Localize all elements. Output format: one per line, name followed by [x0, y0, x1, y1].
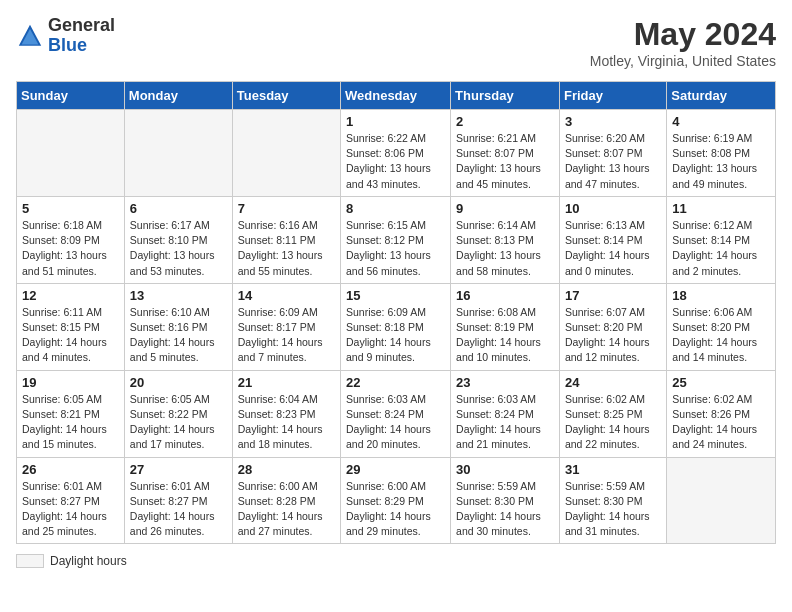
calendar-cell: 29Sunrise: 6:00 AM Sunset: 8:29 PM Dayli…	[341, 457, 451, 544]
day-info: Sunrise: 6:06 AM Sunset: 8:20 PM Dayligh…	[672, 305, 770, 366]
day-info: Sunrise: 6:18 AM Sunset: 8:09 PM Dayligh…	[22, 218, 119, 279]
day-info: Sunrise: 6:03 AM Sunset: 8:24 PM Dayligh…	[456, 392, 554, 453]
day-info: Sunrise: 6:14 AM Sunset: 8:13 PM Dayligh…	[456, 218, 554, 279]
calendar-cell	[17, 110, 125, 197]
weekday-header-row: SundayMondayTuesdayWednesdayThursdayFrid…	[17, 82, 776, 110]
weekday-header-monday: Monday	[124, 82, 232, 110]
day-number: 8	[346, 201, 445, 216]
day-info: Sunrise: 5:59 AM Sunset: 8:30 PM Dayligh…	[456, 479, 554, 540]
day-number: 28	[238, 462, 335, 477]
calendar-cell: 23Sunrise: 6:03 AM Sunset: 8:24 PM Dayli…	[451, 370, 560, 457]
calendar-cell: 24Sunrise: 6:02 AM Sunset: 8:25 PM Dayli…	[559, 370, 666, 457]
day-info: Sunrise: 6:01 AM Sunset: 8:27 PM Dayligh…	[130, 479, 227, 540]
calendar-week-2: 5Sunrise: 6:18 AM Sunset: 8:09 PM Daylig…	[17, 196, 776, 283]
day-info: Sunrise: 6:03 AM Sunset: 8:24 PM Dayligh…	[346, 392, 445, 453]
day-info: Sunrise: 6:02 AM Sunset: 8:26 PM Dayligh…	[672, 392, 770, 453]
day-number: 16	[456, 288, 554, 303]
day-number: 23	[456, 375, 554, 390]
calendar-week-4: 19Sunrise: 6:05 AM Sunset: 8:21 PM Dayli…	[17, 370, 776, 457]
calendar-cell: 18Sunrise: 6:06 AM Sunset: 8:20 PM Dayli…	[667, 283, 776, 370]
logo-blue-text: Blue	[48, 36, 115, 56]
calendar-week-1: 1Sunrise: 6:22 AM Sunset: 8:06 PM Daylig…	[17, 110, 776, 197]
logo-icon	[16, 22, 44, 50]
calendar-cell	[124, 110, 232, 197]
calendar-cell: 16Sunrise: 6:08 AM Sunset: 8:19 PM Dayli…	[451, 283, 560, 370]
day-number: 26	[22, 462, 119, 477]
day-number: 20	[130, 375, 227, 390]
day-info: Sunrise: 6:05 AM Sunset: 8:22 PM Dayligh…	[130, 392, 227, 453]
calendar-cell: 31Sunrise: 5:59 AM Sunset: 8:30 PM Dayli…	[559, 457, 666, 544]
day-number: 18	[672, 288, 770, 303]
day-number: 6	[130, 201, 227, 216]
day-number: 29	[346, 462, 445, 477]
day-number: 4	[672, 114, 770, 129]
day-number: 3	[565, 114, 661, 129]
calendar-cell: 26Sunrise: 6:01 AM Sunset: 8:27 PM Dayli…	[17, 457, 125, 544]
day-info: Sunrise: 6:22 AM Sunset: 8:06 PM Dayligh…	[346, 131, 445, 192]
calendar-cell: 30Sunrise: 5:59 AM Sunset: 8:30 PM Dayli…	[451, 457, 560, 544]
day-info: Sunrise: 6:12 AM Sunset: 8:14 PM Dayligh…	[672, 218, 770, 279]
legend-box	[16, 554, 44, 568]
legend-label: Daylight hours	[50, 554, 127, 568]
day-number: 27	[130, 462, 227, 477]
day-number: 30	[456, 462, 554, 477]
calendar-cell: 4Sunrise: 6:19 AM Sunset: 8:08 PM Daylig…	[667, 110, 776, 197]
day-info: Sunrise: 6:11 AM Sunset: 8:15 PM Dayligh…	[22, 305, 119, 366]
day-number: 22	[346, 375, 445, 390]
calendar-cell: 19Sunrise: 6:05 AM Sunset: 8:21 PM Dayli…	[17, 370, 125, 457]
calendar-cell: 5Sunrise: 6:18 AM Sunset: 8:09 PM Daylig…	[17, 196, 125, 283]
day-info: Sunrise: 5:59 AM Sunset: 8:30 PM Dayligh…	[565, 479, 661, 540]
day-number: 13	[130, 288, 227, 303]
day-number: 9	[456, 201, 554, 216]
weekday-header-friday: Friday	[559, 82, 666, 110]
calendar-cell: 28Sunrise: 6:00 AM Sunset: 8:28 PM Dayli…	[232, 457, 340, 544]
day-number: 19	[22, 375, 119, 390]
location-text: Motley, Virginia, United States	[590, 53, 776, 69]
day-number: 12	[22, 288, 119, 303]
calendar-table: SundayMondayTuesdayWednesdayThursdayFrid…	[16, 81, 776, 544]
day-number: 31	[565, 462, 661, 477]
calendar-cell: 14Sunrise: 6:09 AM Sunset: 8:17 PM Dayli…	[232, 283, 340, 370]
calendar-cell: 20Sunrise: 6:05 AM Sunset: 8:22 PM Dayli…	[124, 370, 232, 457]
calendar-cell: 10Sunrise: 6:13 AM Sunset: 8:14 PM Dayli…	[559, 196, 666, 283]
weekday-header-sunday: Sunday	[17, 82, 125, 110]
calendar-cell: 3Sunrise: 6:20 AM Sunset: 8:07 PM Daylig…	[559, 110, 666, 197]
day-info: Sunrise: 6:17 AM Sunset: 8:10 PM Dayligh…	[130, 218, 227, 279]
day-number: 17	[565, 288, 661, 303]
day-number: 24	[565, 375, 661, 390]
calendar-cell: 15Sunrise: 6:09 AM Sunset: 8:18 PM Dayli…	[341, 283, 451, 370]
weekday-header-wednesday: Wednesday	[341, 82, 451, 110]
page-header: General Blue May 2024 Motley, Virginia, …	[16, 16, 776, 69]
calendar-cell: 9Sunrise: 6:14 AM Sunset: 8:13 PM Daylig…	[451, 196, 560, 283]
calendar-cell: 25Sunrise: 6:02 AM Sunset: 8:26 PM Dayli…	[667, 370, 776, 457]
day-number: 15	[346, 288, 445, 303]
day-info: Sunrise: 6:09 AM Sunset: 8:18 PM Dayligh…	[346, 305, 445, 366]
day-info: Sunrise: 6:16 AM Sunset: 8:11 PM Dayligh…	[238, 218, 335, 279]
legend: Daylight hours	[16, 554, 776, 568]
day-number: 5	[22, 201, 119, 216]
day-info: Sunrise: 6:10 AM Sunset: 8:16 PM Dayligh…	[130, 305, 227, 366]
calendar-week-5: 26Sunrise: 6:01 AM Sunset: 8:27 PM Dayli…	[17, 457, 776, 544]
calendar-cell: 11Sunrise: 6:12 AM Sunset: 8:14 PM Dayli…	[667, 196, 776, 283]
calendar-cell: 1Sunrise: 6:22 AM Sunset: 8:06 PM Daylig…	[341, 110, 451, 197]
calendar-cell: 6Sunrise: 6:17 AM Sunset: 8:10 PM Daylig…	[124, 196, 232, 283]
day-info: Sunrise: 6:09 AM Sunset: 8:17 PM Dayligh…	[238, 305, 335, 366]
calendar-cell: 21Sunrise: 6:04 AM Sunset: 8:23 PM Dayli…	[232, 370, 340, 457]
day-number: 2	[456, 114, 554, 129]
day-info: Sunrise: 6:21 AM Sunset: 8:07 PM Dayligh…	[456, 131, 554, 192]
calendar-week-3: 12Sunrise: 6:11 AM Sunset: 8:15 PM Dayli…	[17, 283, 776, 370]
calendar-cell	[667, 457, 776, 544]
title-block: May 2024 Motley, Virginia, United States	[590, 16, 776, 69]
day-number: 10	[565, 201, 661, 216]
month-title: May 2024	[590, 16, 776, 53]
logo: General Blue	[16, 16, 115, 56]
calendar-cell: 22Sunrise: 6:03 AM Sunset: 8:24 PM Dayli…	[341, 370, 451, 457]
calendar-cell	[232, 110, 340, 197]
calendar-cell: 8Sunrise: 6:15 AM Sunset: 8:12 PM Daylig…	[341, 196, 451, 283]
day-info: Sunrise: 6:07 AM Sunset: 8:20 PM Dayligh…	[565, 305, 661, 366]
day-info: Sunrise: 6:08 AM Sunset: 8:19 PM Dayligh…	[456, 305, 554, 366]
day-number: 1	[346, 114, 445, 129]
day-number: 7	[238, 201, 335, 216]
day-number: 11	[672, 201, 770, 216]
day-info: Sunrise: 6:13 AM Sunset: 8:14 PM Dayligh…	[565, 218, 661, 279]
